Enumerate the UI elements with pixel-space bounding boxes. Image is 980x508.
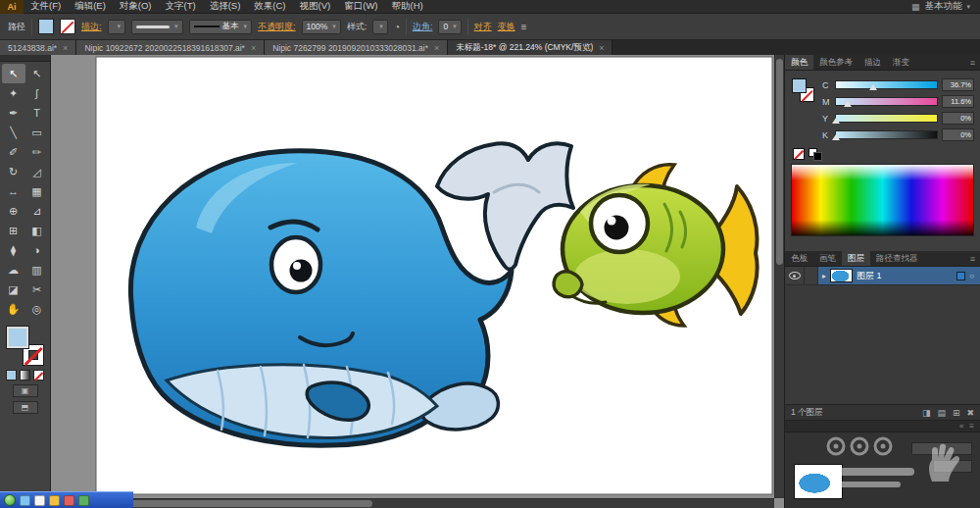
panel-menu-icon[interactable]: ≡ [965,55,980,70]
scale-tool[interactable]: ◿ [25,162,49,181]
symbol-sprayer-tool[interactable]: ☁ [2,260,25,279]
panel-grip[interactable] [0,55,50,62]
mesh-tool[interactable]: ⊞ [2,221,25,240]
slider-handle[interactable] [844,101,852,107]
color-button[interactable] [6,370,17,381]
horizontal-scrollbar[interactable] [51,498,774,508]
layer-name[interactable]: 图层 1 [857,270,882,282]
stroke-color-swatch[interactable] [60,19,75,34]
slider-handle[interactable] [832,118,840,124]
target-icon[interactable]: ○ [969,272,974,280]
vertical-scrollbar-thumb[interactable] [776,59,783,265]
canvas-area[interactable] [51,55,784,508]
magic-wand-tool[interactable]: ✦ [2,83,25,103]
menu-item[interactable]: 选择(S) [203,0,248,14]
channel-value[interactable]: 0% [942,112,974,125]
gradient-button[interactable] [20,370,30,381]
style-select[interactable]: ▾ [372,20,388,34]
document-tab[interactable]: Nipic 7262799 2019092010333028031.ai*× [265,40,448,55]
fill-color-swatch[interactable] [38,19,54,34]
perspective-grid-tool[interactable]: ⊿ [25,201,49,221]
rotate-tool[interactable]: ↻ [2,162,25,181]
panel-option-select[interactable] [911,442,972,455]
free-transform-tool[interactable]: ▦ [25,181,49,201]
screen-mode-icon[interactable]: ⬒ [13,401,38,414]
line-segment-tool[interactable]: ╲ [2,123,25,142]
none-swatch[interactable] [793,148,805,160]
taskbar-icon[interactable] [78,495,89,506]
taskbar-icon[interactable] [20,495,30,506]
direct-selection-tool[interactable]: ↖ [25,64,49,83]
taskbar-icon[interactable] [49,495,60,506]
menu-item[interactable]: 视图(V) [293,0,338,14]
channel-value[interactable]: 11.6% [942,95,974,108]
slider-handle[interactable] [832,134,840,140]
collapse-icon[interactable]: « [959,422,963,431]
color-panel-tab[interactable]: 颜色 [785,55,813,70]
stroke-link[interactable]: 描边: [81,21,102,33]
panel-menu-icon[interactable]: ≡ [521,22,527,32]
document-tab[interactable]: 未标题-18* @ 221.24% (CMYK/预览)× [448,40,612,55]
menu-item[interactable]: 文字(T) [159,0,203,14]
panel-option-select[interactable] [933,460,972,473]
artwork-canvas[interactable] [51,55,784,508]
transform-link[interactable]: 变换 [498,21,515,33]
menu-item[interactable]: 文件(F) [24,0,68,14]
recolor-artwork-icon[interactable]: ◔ [394,22,400,32]
new-sublayer-icon[interactable]: ▤ [937,408,946,418]
stroke-width-input[interactable]: ▾ [108,20,126,34]
close-icon[interactable]: × [599,43,604,53]
panel-menu-icon[interactable]: ≡ [969,422,974,431]
align-link[interactable]: 对齐 [474,21,492,33]
taskbar-start-button[interactable] [4,494,16,506]
corner-label[interactable]: 边角: [413,21,433,33]
eyedropper-tool[interactable]: ⧫ [2,240,25,260]
slider-handle[interactable] [869,84,877,90]
gradient-tool[interactable]: ◧ [25,221,49,240]
menu-item[interactable]: 效果(C) [247,0,292,14]
color-panel-tab[interactable]: 描边 [858,55,887,70]
lock-cell[interactable] [805,267,818,284]
lasso-tool[interactable]: ʃ [25,83,49,103]
zoom-tool[interactable]: ◎ [25,299,49,319]
menu-item[interactable]: 编辑(E) [68,0,113,14]
layer-row-main[interactable]: ▸ 图层 1 ○ [818,267,980,284]
layers-panel-tab[interactable]: 路径查找器 [870,251,924,266]
delete-layer-icon[interactable]: ✖ [966,408,974,418]
menu-item[interactable]: 对象(O) [113,0,159,14]
pen-tool[interactable]: ✒ [2,103,25,123]
paintbrush-tool[interactable]: ✐ [2,142,25,162]
blend-tool[interactable]: ◑ [25,240,49,260]
selection-tool[interactable]: ↖ [2,64,25,83]
hand-tool[interactable]: ✋ [2,299,25,319]
type-tool[interactable]: T [25,103,49,123]
brush-definition-select[interactable]: 基本 ▾ [189,20,253,34]
channel-value[interactable]: 36.7% [942,78,974,91]
none-button[interactable] [33,370,44,381]
fill-proxy-swatch[interactable] [792,78,807,93]
close-icon[interactable]: × [63,43,68,53]
vertical-scrollbar[interactable] [774,55,784,498]
width-profile-select[interactable]: ▾ [131,20,183,34]
layers-panel-tab[interactable]: 色板 [785,251,813,266]
channel-value[interactable]: 0% [942,128,974,141]
channel-slider[interactable] [835,80,938,89]
color-spectrum[interactable] [791,164,974,236]
disclosure-icon[interactable]: ▸ [822,272,826,280]
document-tab[interactable]: 51243838.ai*× [0,40,76,55]
artboard-tool[interactable]: ◪ [2,279,25,299]
slice-tool[interactable]: ✂ [25,279,49,299]
taskbar-icon[interactable] [34,495,45,506]
make-clipping-mask-icon[interactable]: ◨ [922,408,931,418]
close-icon[interactable]: × [251,43,256,53]
workspace-switcher[interactable]: ▦ 基本功能 ▾ [911,0,980,13]
width-tool[interactable]: ↔ [2,181,25,201]
taskbar-icon[interactable] [64,495,74,506]
menu-item[interactable]: 帮助(H) [385,0,430,14]
visibility-cell[interactable] [785,267,805,284]
opacity-link[interactable]: 不透明度: [258,21,296,33]
shape-builder-tool[interactable]: ⊕ [2,201,25,221]
layer-row[interactable]: ▸ 图层 1 ○ [785,267,980,285]
column-graph-tool[interactable]: ▥ [25,260,49,279]
document-tab[interactable]: Nipic 10922672 2020022518391618307.ai*× [76,40,265,55]
